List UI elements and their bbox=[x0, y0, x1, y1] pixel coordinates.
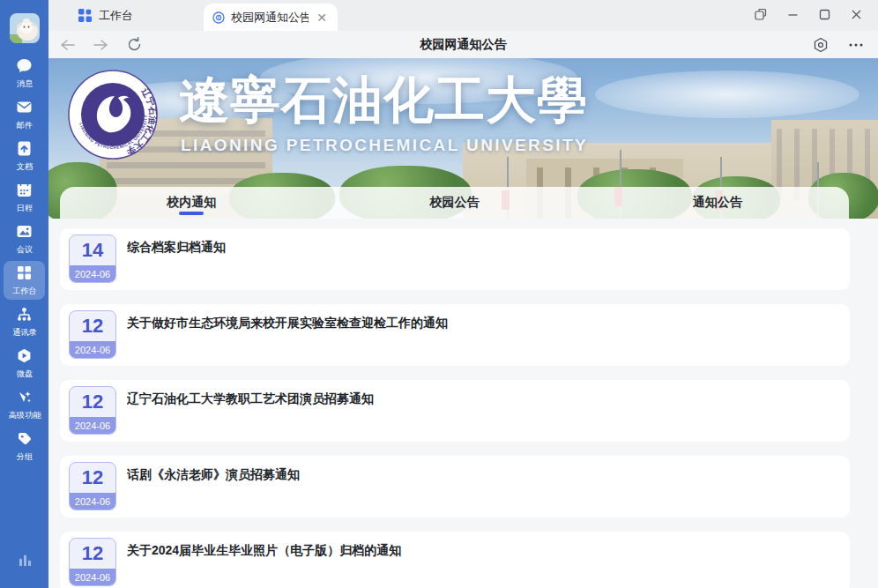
notice-item[interactable]: 14 2024-06 综合档案归档通知 bbox=[60, 228, 850, 290]
sidebar-item-label: 消息 bbox=[16, 78, 32, 89]
page-tab-2[interactable]: 通知公告 bbox=[586, 187, 849, 219]
date-month: 2024-06 bbox=[70, 569, 115, 585]
sheep-avatar-image bbox=[10, 13, 40, 43]
date-month: 2024-06 bbox=[70, 493, 115, 510]
page-tab-1[interactable]: 校园公告 bbox=[323, 187, 585, 219]
notice-item[interactable]: 12 2024-06 话剧《永洁老师》演员招募通知 bbox=[60, 456, 850, 517]
group-icon bbox=[16, 430, 33, 448]
sidebar-item-label: 工作台 bbox=[12, 285, 37, 296]
tab-close-icon[interactable]: ✕ bbox=[315, 11, 329, 25]
date-month: 2024-06 bbox=[70, 341, 115, 358]
sidebar-bottom-button[interactable] bbox=[0, 553, 48, 569]
sidebar-item-label: 高级功能 bbox=[8, 409, 41, 421]
more-ellipsis-icon[interactable] bbox=[846, 35, 866, 55]
sidebar-item-workbench[interactable]: 工作台 bbox=[4, 261, 45, 300]
logo-year-text: 1950 bbox=[107, 123, 120, 130]
sidebar-items: 消息 邮件 文档 日程 会议 工作台 通讯录 微盘 高级功能 分组 bbox=[0, 54, 48, 468]
tab-workbench-label: 工作台 bbox=[99, 8, 133, 24]
date-day: 12 bbox=[70, 311, 115, 341]
sidebar-item-drive[interactable]: 微盘 bbox=[4, 344, 45, 383]
forward-icon[interactable] bbox=[91, 35, 110, 55]
avatar[interactable] bbox=[10, 13, 40, 43]
sidebar-item-doc[interactable]: 文档 bbox=[4, 137, 45, 175]
sidebar-item-chat[interactable]: 消息 bbox=[4, 54, 45, 93]
sidebar-item-group[interactable]: 分组 bbox=[4, 427, 45, 465]
tab-campus-notice[interactable]: 校园网通知公告 ✕ bbox=[204, 4, 338, 31]
notice-category-tabs: 校内通知 校园公告 通知公告 bbox=[60, 187, 849, 219]
university-logo: 辽宁石油化工大学 LIAONING PETROCHEMICAL UNIVERSI… bbox=[67, 69, 159, 160]
date-badge: 12 2024-06 bbox=[69, 386, 116, 435]
toolbar-right bbox=[811, 35, 866, 55]
window-tabbar: 工作台 校园网通知公告 ✕ bbox=[48, 0, 878, 31]
banner-university-name-cn: 遼寧石油化工大學 bbox=[179, 67, 588, 135]
contacts-icon bbox=[16, 306, 33, 324]
browser-toolbar: 校园网通知公告 bbox=[48, 31, 878, 58]
banner-university-name-en: LIAONING PETROCHEMICAL UNIVERSITY bbox=[181, 136, 588, 155]
chart-icon bbox=[17, 553, 33, 569]
notice-item[interactable]: 12 2024-06 辽宁石油化工大学教职工艺术团演员招募通知 bbox=[60, 380, 850, 442]
sidebar-item-calendar[interactable]: 日程 bbox=[4, 178, 45, 217]
notice-item[interactable]: 12 2024-06 关于做好市生态环境局来校开展实验室检查迎检工作的通知 bbox=[60, 304, 850, 366]
app-window: 消息 邮件 文档 日程 会议 工作台 通讯录 微盘 高级功能 分组 bbox=[0, 0, 878, 588]
active-tab-underline bbox=[179, 212, 204, 215]
campus-banner: 辽宁石油化工大学 LIAONING PETROCHEMICAL UNIVERSI… bbox=[48, 58, 878, 219]
minimize-icon[interactable] bbox=[781, 4, 804, 25]
page-tab-label: 校园公告 bbox=[429, 195, 479, 211]
notice-item[interactable]: 12 2024-06 关于2024届毕业生毕业照片（电子版）归档的通知 bbox=[60, 532, 850, 588]
back-icon[interactable] bbox=[57, 35, 77, 55]
cloud-decor bbox=[595, 71, 859, 118]
refresh-icon[interactable] bbox=[124, 35, 144, 55]
sidebar-item-label: 邮件 bbox=[16, 119, 32, 130]
date-month: 2024-06 bbox=[70, 417, 115, 434]
workbench-icon bbox=[16, 264, 33, 282]
page-tab-label: 通知公告 bbox=[693, 195, 742, 211]
page-title: 校园网通知公告 bbox=[48, 37, 878, 53]
maximize-icon[interactable] bbox=[813, 4, 836, 25]
notice-title: 关于做好市生态环境局来校开展实验室检查迎检工作的通知 bbox=[127, 316, 832, 331]
workbench-grid-icon bbox=[78, 9, 92, 22]
calendar-icon bbox=[16, 182, 33, 199]
nav-buttons bbox=[57, 35, 144, 55]
sidebar-item-label: 微盘 bbox=[16, 368, 32, 379]
settings-gear-icon[interactable] bbox=[811, 35, 830, 55]
page-tab-label: 校内通知 bbox=[167, 195, 216, 211]
date-day: 12 bbox=[70, 463, 115, 493]
notice-title: 关于2024届毕业生毕业照片（电子版）归档的通知 bbox=[127, 543, 832, 559]
date-badge: 12 2024-06 bbox=[69, 538, 116, 586]
meeting-icon bbox=[16, 223, 33, 241]
sidebar: 消息 邮件 文档 日程 会议 工作台 通讯录 微盘 高级功能 分组 bbox=[0, 0, 48, 588]
mail-icon bbox=[16, 99, 33, 116]
sidebar-item-meeting[interactable]: 会议 bbox=[4, 220, 45, 258]
advanced-icon bbox=[16, 389, 33, 406]
date-month: 2024-06 bbox=[70, 265, 115, 282]
sidebar-item-contacts[interactable]: 通讯录 bbox=[4, 302, 45, 341]
sidebar-item-label: 会议 bbox=[16, 243, 32, 255]
tab-workbench[interactable]: 工作台 bbox=[48, 0, 149, 31]
close-icon[interactable] bbox=[845, 4, 867, 25]
date-day: 12 bbox=[70, 387, 115, 417]
date-badge: 12 2024-06 bbox=[69, 310, 116, 359]
date-day: 12 bbox=[70, 539, 115, 569]
sidebar-item-advanced[interactable]: 高级功能 bbox=[4, 385, 45, 424]
window-controls bbox=[749, 4, 867, 25]
notice-title: 综合档案归档通知 bbox=[127, 240, 832, 256]
date-badge: 14 2024-06 bbox=[69, 234, 116, 283]
main-area: 工作台 校园网通知公告 ✕ bbox=[48, 0, 878, 588]
date-day: 14 bbox=[70, 235, 115, 265]
popout-icon[interactable] bbox=[749, 4, 772, 25]
notice-title: 辽宁石油化工大学教职工艺术团演员招募通知 bbox=[127, 391, 832, 407]
notice-title: 话剧《永洁老师》演员招募通知 bbox=[127, 467, 832, 483]
page-tab-0[interactable]: 校内通知 bbox=[60, 187, 323, 219]
chat-icon bbox=[16, 57, 33, 75]
tab-campus-notice-label: 校园网通知公告 bbox=[231, 10, 309, 26]
doc-icon bbox=[16, 140, 33, 158]
sidebar-item-label: 分组 bbox=[16, 450, 32, 462]
notice-list: 14 2024-06 综合档案归档通知 12 2024-06 关于做好市生态环境… bbox=[48, 219, 878, 588]
sidebar-item-mail[interactable]: 邮件 bbox=[4, 95, 45, 134]
sidebar-item-label: 日程 bbox=[16, 202, 32, 213]
date-badge: 12 2024-06 bbox=[69, 462, 116, 510]
sidebar-item-label: 文档 bbox=[16, 160, 32, 172]
favicon-globe-icon bbox=[212, 11, 225, 24]
sidebar-item-label: 通讯录 bbox=[12, 326, 37, 338]
drive-icon bbox=[16, 347, 33, 365]
